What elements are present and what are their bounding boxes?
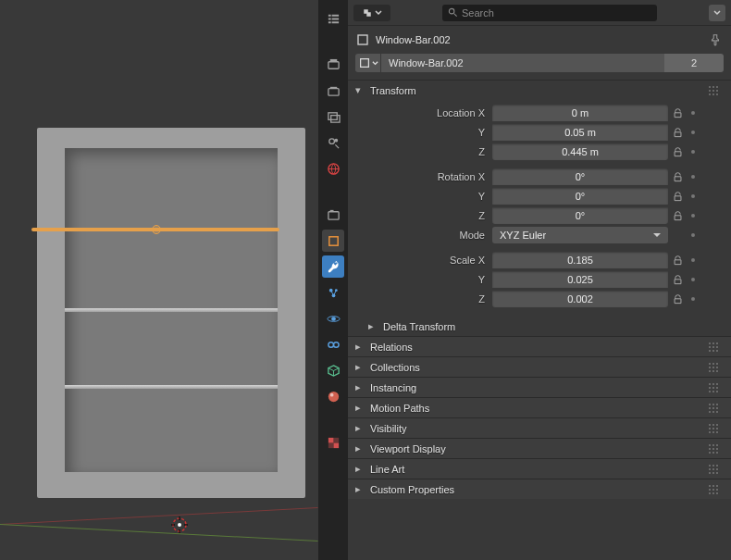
breadcrumb-name: Window-Bar.002	[376, 34, 451, 45]
search-input[interactable]: Search	[442, 5, 657, 21]
tab-physics[interactable]	[322, 307, 344, 330]
section-custom-properties-header[interactable]: ▸ Custom Properties	[348, 479, 731, 499]
section-visibility-header[interactable]: ▸ Visibility	[348, 417, 731, 438]
input-scale-y[interactable]: 0.025	[492, 271, 668, 288]
panel-menu-icon[interactable]	[709, 404, 724, 413]
anim-dot[interactable]	[691, 297, 695, 301]
datablock-users[interactable]: 2	[664, 54, 724, 72]
svg-rect-33	[358, 35, 367, 44]
input-rotation-y[interactable]: 0°	[492, 188, 668, 205]
section-motion-paths-header[interactable]: ▸ Motion Paths	[348, 397, 731, 417]
sync-toggle[interactable]	[353, 5, 390, 21]
label-rotation-mode: Mode	[355, 230, 492, 241]
anim-dot[interactable]	[691, 111, 695, 115]
svg-rect-6	[328, 61, 338, 68]
label-rotation-x: Rotation X	[355, 171, 492, 182]
svg-rect-15	[329, 209, 333, 211]
anim-dot[interactable]	[691, 175, 695, 179]
input-location-x[interactable]: 0 m	[492, 105, 668, 121]
tab-object[interactable]	[322, 230, 344, 252]
section-delta-transform-header[interactable]: ▸ Delta Transform	[348, 317, 731, 336]
tab-world[interactable]	[322, 157, 344, 180]
input-rotation-x[interactable]: 0°	[492, 168, 668, 185]
section-line-art-header[interactable]: ▸ Line Art	[348, 458, 731, 479]
tab-tool[interactable]	[322, 7, 344, 30]
svg-rect-10	[330, 115, 339, 122]
select-rotation-mode[interactable]: XYZ Euler	[492, 227, 668, 243]
section-collections-header[interactable]: ▸ Collections	[348, 356, 731, 377]
axis-x-line	[0, 507, 318, 525]
anim-dot[interactable]	[691, 278, 695, 281]
lock-rotation-x[interactable]	[669, 168, 686, 185]
panel-menu-icon[interactable]	[709, 86, 724, 95]
panel-menu-icon[interactable]	[709, 424, 724, 433]
section-instancing-header[interactable]: ▸ Instancing	[348, 377, 731, 397]
chevron-down-icon: ▾	[355, 84, 365, 96]
svg-rect-14	[328, 211, 338, 218]
lock-location-y[interactable]	[669, 124, 686, 141]
datablock-name-input[interactable]: Window-Bar.002	[381, 54, 664, 72]
anim-dot[interactable]	[691, 214, 695, 218]
label-scale-x: Scale X	[355, 255, 492, 266]
lock-scale-x[interactable]	[669, 252, 686, 268]
input-scale-z[interactable]: 0.002	[492, 291, 668, 307]
panel-menu-icon[interactable]	[709, 485, 724, 494]
tab-render[interactable]	[322, 54, 344, 76]
anim-dot[interactable]	[691, 194, 695, 198]
panel-menu-icon[interactable]	[709, 363, 724, 372]
anim-dot[interactable]	[691, 233, 695, 237]
input-rotation-z[interactable]: 0°	[492, 207, 668, 224]
breadcrumb: Window-Bar.002	[348, 26, 731, 54]
chevron-right-icon: ▸	[355, 361, 365, 373]
label-rotation-y: Y	[355, 191, 492, 202]
lock-rotation-y[interactable]	[669, 188, 686, 205]
lock-location-x[interactable]	[669, 105, 686, 121]
input-location-y[interactable]: 0.05 m	[492, 124, 668, 141]
chevron-right-icon: ▸	[355, 442, 365, 454]
panel-menu-icon[interactable]	[709, 383, 724, 392]
lock-rotation-z[interactable]	[669, 207, 686, 224]
chevron-right-icon: ▸	[355, 381, 365, 393]
tab-modifiers[interactable]	[322, 255, 344, 278]
chevron-right-icon: ▸	[368, 320, 378, 332]
search-icon	[448, 7, 458, 18]
input-scale-x[interactable]: 0.185	[492, 252, 668, 268]
cursor-3d-icon	[171, 516, 188, 533]
chevron-right-icon: ▸	[355, 402, 365, 414]
input-location-z[interactable]: 0.445 m	[492, 143, 668, 160]
tab-view-layer[interactable]	[322, 106, 344, 128]
svg-rect-28	[333, 437, 339, 442]
svg-rect-16	[328, 236, 337, 244]
options-popover[interactable]	[709, 5, 725, 21]
anim-dot[interactable]	[691, 150, 695, 154]
tab-data[interactable]	[322, 359, 344, 381]
viewport-3d[interactable]	[0, 0, 318, 560]
anim-dot[interactable]	[691, 131, 695, 134]
section-viewport-display-header[interactable]: ▸ Viewport Display	[348, 438, 731, 458]
svg-rect-7	[329, 58, 337, 61]
panel-menu-icon[interactable]	[709, 465, 724, 474]
lock-scale-y[interactable]	[669, 271, 686, 288]
svg-rect-31	[366, 12, 371, 17]
label-location-y: Y	[355, 127, 492, 138]
section-relations-header[interactable]: ▸ Relations	[348, 336, 731, 356]
pin-button[interactable]	[707, 31, 724, 48]
panel-menu-icon[interactable]	[709, 342, 724, 352]
svg-point-11	[328, 138, 334, 143]
tab-constraints[interactable]	[322, 333, 344, 355]
tab-scene[interactable]	[322, 131, 344, 154]
section-transform-header[interactable]: ▾ Transform	[348, 80, 731, 100]
svg-rect-34	[360, 59, 368, 68]
anim-dot[interactable]	[691, 258, 695, 262]
tab-collection[interactable]	[322, 204, 344, 226]
datablock-browse[interactable]	[355, 54, 381, 72]
tab-particles[interactable]	[322, 281, 344, 304]
lock-scale-z[interactable]	[669, 291, 686, 307]
lock-location-z[interactable]	[669, 143, 686, 160]
tab-output[interactable]	[322, 80, 344, 102]
transform-form: Location X 0 m Y 0.05 m Z 0.445 m Rotati…	[348, 100, 731, 317]
svg-point-20	[331, 317, 336, 321]
tab-material[interactable]	[322, 385, 344, 407]
panel-menu-icon[interactable]	[709, 444, 724, 454]
tab-texture[interactable]	[322, 431, 344, 454]
